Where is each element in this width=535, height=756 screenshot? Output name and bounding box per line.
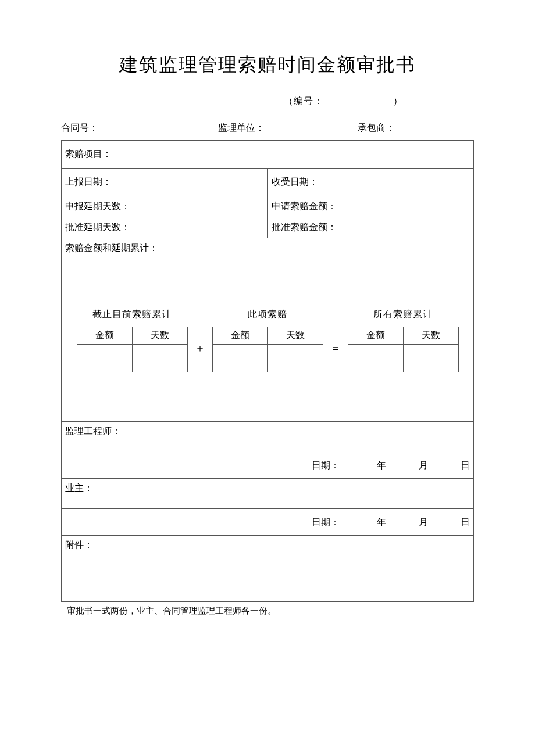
contract-no-label: 合同号： <box>61 122 218 134</box>
calc-this-caption: 此项索赔 <box>248 309 287 321</box>
calc-this-amount-header: 金额 <box>212 327 268 344</box>
calc-this-days-header: 天数 <box>268 327 323 344</box>
row-apply: 申报延期天数： 申请索赔金额： <box>62 196 474 217</box>
form-title: 建筑监理管理索赔时间金额审批书 <box>61 52 474 78</box>
receive-date-cell: 收受日期： <box>268 169 474 196</box>
calc-all-table: 金额 天数 <box>348 327 459 372</box>
calc-this-values <box>212 344 323 372</box>
calc-this-amount-value <box>212 344 268 372</box>
calc-wrap: 截止目前索赔累计 金额 天数 ＋ <box>65 259 470 421</box>
approve-claim-amount-label: 批准索赔金额： <box>272 222 337 232</box>
claim-item-label: 索赔项目： <box>65 149 112 159</box>
calc-all-block: 所有索赔累计 金额 天数 <box>348 309 459 372</box>
calc-this-header: 金额 天数 <box>212 327 323 344</box>
main-table: 索赔项目： 上报日期： 收受日期： 申报延期天数： 申请索赔金额： 批准延期天数… <box>61 140 474 602</box>
attachment-cell: 附件： <box>62 536 474 602</box>
owner-month: 月 <box>419 517 428 527</box>
approve-claim-amount-cell: 批准索赔金额： <box>268 217 474 238</box>
contractor-label: 承包商： <box>358 122 474 134</box>
engineer-month-slot <box>388 458 416 468</box>
calc-prev-header: 金额 天数 <box>77 327 187 344</box>
doc-number-line: （编号： ） <box>61 95 474 108</box>
owner-date-cell: 日期： 年 月 日 <box>62 509 474 536</box>
owner-date-label: 日期： <box>312 517 340 527</box>
calc-prev-caption: 截止目前索赔累计 <box>92 309 172 321</box>
owner-day: 日 <box>461 517 470 527</box>
row-owner-date: 日期： 年 月 日 <box>62 509 474 536</box>
supervisor-label: 监理单位： <box>218 122 358 134</box>
calc-prev-table: 金额 天数 <box>77 327 188 372</box>
row-approve: 批准延期天数： 批准索赔金额： <box>62 217 474 238</box>
calc-all-amount-header: 金额 <box>348 327 403 344</box>
calc-this-table: 金额 天数 <box>212 327 323 372</box>
engineer-day-slot <box>430 458 458 468</box>
header-row: 合同号： 监理单位： 承包商： <box>61 122 474 134</box>
calc-this-days-value <box>268 344 323 372</box>
engineer-month: 月 <box>419 460 428 470</box>
owner-month-slot <box>388 515 416 525</box>
doc-number-suffix: ） <box>393 96 403 106</box>
row-owner: 业主： <box>62 479 474 509</box>
calc-all-days-header: 天数 <box>403 327 458 344</box>
report-date-label: 上报日期： <box>65 177 112 187</box>
attachment-label: 附件： <box>65 540 93 550</box>
row-engineer: 监理工程师： <box>62 422 474 452</box>
owner-year-slot <box>342 515 374 525</box>
report-date-cell: 上报日期： <box>62 169 268 196</box>
calc-all-caption: 所有索赔累计 <box>373 309 433 321</box>
footer-note: 审批书一式两份，业主、合同管理监理工程师各一份。 <box>61 602 474 617</box>
calc-prev-values <box>77 344 187 372</box>
calc-cell: 截止目前索赔累计 金额 天数 ＋ <box>62 259 474 422</box>
row-report-receive-date: 上报日期： 收受日期： <box>62 169 474 196</box>
owner-day-slot <box>430 515 458 525</box>
calc-prev-amount-header: 金额 <box>77 327 132 344</box>
equals-sign: ＝ <box>329 341 342 355</box>
plus-sign: ＋ <box>194 341 206 355</box>
cumulative-label-cell: 索赔金额和延期累计： <box>62 238 474 259</box>
engineer-year-slot <box>342 458 374 468</box>
calc-this-block: 此项索赔 金额 天数 <box>212 309 323 372</box>
calc-prev-days-value <box>132 344 187 372</box>
owner-label: 业主： <box>65 483 93 493</box>
apply-delay-days-cell: 申报延期天数： <box>62 196 268 217</box>
owner-year: 年 <box>377 517 386 527</box>
calc-prev-block: 截止目前索赔累计 金额 天数 <box>77 309 188 372</box>
engineer-day: 日 <box>461 460 470 470</box>
row-claim-item: 索赔项目： <box>62 141 474 169</box>
row-attachment: 附件： <box>62 536 474 602</box>
owner-cell: 业主： <box>62 479 474 509</box>
apply-claim-amount-label: 申请索赔金额： <box>272 201 337 211</box>
row-engineer-date: 日期： 年 月 日 <box>62 452 474 479</box>
calc-prev-amount-value <box>77 344 132 372</box>
claim-item-cell: 索赔项目： <box>62 141 474 169</box>
row-calc: 截止目前索赔累计 金额 天数 ＋ <box>62 259 474 422</box>
form-page: 建筑监理管理索赔时间金额审批书 （编号： ） 合同号： 监理单位： 承包商： 索… <box>0 0 535 756</box>
cumulative-label: 索赔金额和延期累计： <box>65 243 158 253</box>
calc-prev-days-header: 天数 <box>132 327 187 344</box>
engineer-cell: 监理工程师： <box>62 422 474 452</box>
engineer-label: 监理工程师： <box>65 426 121 436</box>
row-cumulative-label: 索赔金额和延期累计： <box>62 238 474 259</box>
calc-all-amount-value <box>348 344 403 372</box>
approve-delay-days-cell: 批准延期天数： <box>62 217 268 238</box>
engineer-date-label: 日期： <box>312 460 340 470</box>
apply-claim-amount-cell: 申请索赔金额： <box>268 196 474 217</box>
approve-delay-days-label: 批准延期天数： <box>65 222 130 232</box>
calc-all-values <box>348 344 458 372</box>
doc-number-prefix: （编号： <box>284 96 323 106</box>
receive-date-label: 收受日期： <box>272 177 318 187</box>
apply-delay-days-label: 申报延期天数： <box>65 201 130 211</box>
calc-all-header: 金额 天数 <box>348 327 458 344</box>
calc-all-days-value <box>403 344 458 372</box>
engineer-year: 年 <box>377 460 386 470</box>
engineer-date-cell: 日期： 年 月 日 <box>62 452 474 479</box>
